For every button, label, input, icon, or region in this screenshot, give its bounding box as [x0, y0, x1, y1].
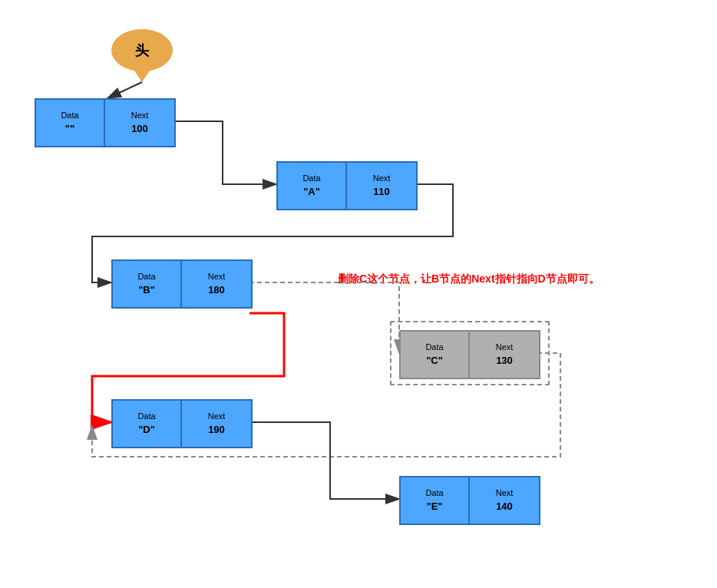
next-cell-nodeC: Next130: [470, 332, 539, 378]
head-label: 头: [135, 41, 149, 60]
node-nodeA: Data"A"Next110: [276, 161, 418, 210]
svg-line-0: [107, 82, 142, 98]
data-cell-nodeE: Data"E": [401, 477, 470, 524]
node-nodeB: Data"B"Next180: [111, 259, 253, 309]
node-node0: Data""Next100: [35, 98, 176, 147]
arrows-svg: [0, 0, 717, 588]
annotation-text: 删除C这个节点，让B节点的Next指针指向D节点即可。: [338, 273, 600, 286]
next-cell-nodeE: Next140: [470, 477, 539, 524]
data-cell-nodeB: Data"B": [113, 261, 182, 307]
node-nodeC: Data"C"Next130: [399, 330, 540, 379]
node-nodeE: Data"E"Next140: [399, 476, 540, 525]
next-cell-node0: Next100: [105, 100, 174, 146]
next-cell-nodeD: Next190: [182, 401, 251, 447]
data-cell-node0: Data"": [36, 100, 105, 146]
node-nodeD: Data"D"Next190: [111, 399, 253, 448]
canvas: 头 删除C这个节点，让B节点的Next指针指向D节点即可。: [0, 0, 717, 588]
next-cell-nodeA: Next110: [347, 163, 416, 209]
data-cell-nodeA: Data"A": [278, 163, 347, 209]
next-cell-nodeB: Next180: [182, 261, 251, 307]
data-cell-nodeD: Data"D": [113, 401, 182, 447]
data-cell-nodeC: Data"C": [401, 332, 470, 378]
head-bubble: 头: [111, 29, 173, 71]
